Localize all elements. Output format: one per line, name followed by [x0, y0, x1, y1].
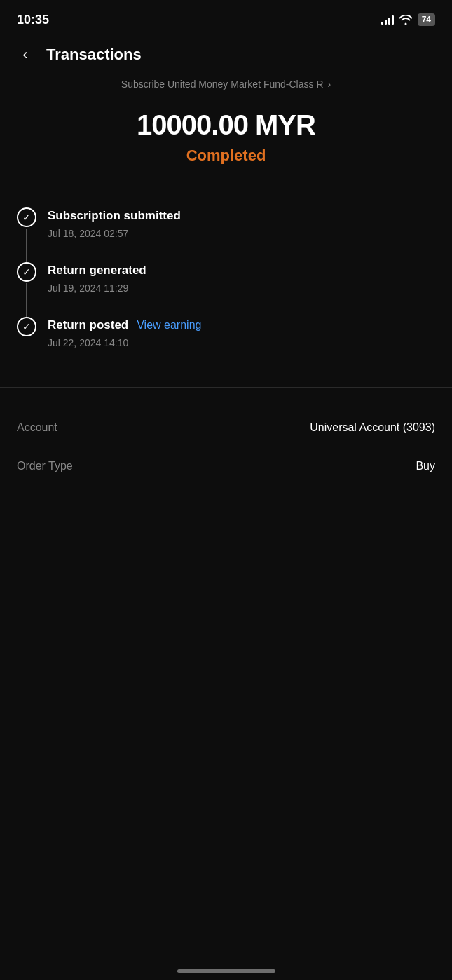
status-time: 10:35	[17, 13, 49, 27]
timeline: ✓ Subscription submitted Jul 18, 2024 02…	[0, 200, 452, 373]
timeline-date-3: Jul 22, 2024 14:10	[48, 337, 128, 348]
status-badge: Completed	[14, 147, 438, 165]
battery-level: 74	[422, 15, 431, 25]
info-section: Account Universal Account (3093) Order T…	[0, 402, 452, 492]
signal-icon	[381, 15, 394, 25]
info-row-order-type: Order Type Buy	[17, 447, 435, 485]
status-bar: 10:35 74	[0, 0, 452, 36]
timeline-line-1	[26, 229, 27, 262]
breadcrumb-text: Subscribe United Money Market Fund-Class…	[121, 79, 324, 90]
checkmark-icon-3: ✓	[22, 322, 31, 332]
wifi-icon	[399, 15, 412, 25]
timeline-circle-3: ✓	[17, 317, 36, 336]
order-type-value: Buy	[416, 460, 435, 472]
checkmark-icon-2: ✓	[22, 267, 31, 277]
order-type-label: Order Type	[17, 460, 73, 472]
timeline-line-2	[26, 283, 27, 317]
breadcrumb[interactable]: Subscribe United Money Market Fund-Class…	[0, 73, 452, 95]
timeline-item-1: ✓ Subscription submitted Jul 18, 2024 02…	[17, 207, 435, 262]
back-button[interactable]: ‹	[14, 43, 36, 66]
timeline-item-3: ✓ Return posted View earning Jul 22, 202…	[17, 317, 435, 366]
account-label: Account	[17, 421, 57, 434]
status-icons: 74	[381, 13, 435, 26]
timeline-circle-2: ✓	[17, 262, 36, 282]
timeline-title-3: Return posted	[48, 318, 128, 332]
header: ‹ Transactions	[0, 36, 452, 73]
checkmark-icon-1: ✓	[22, 212, 31, 222]
breadcrumb-arrow-icon: ›	[328, 79, 331, 90]
timeline-date-1: Jul 18, 2024 02:57	[48, 228, 128, 239]
timeline-item-2: ✓ Return generated Jul 19, 2024 11:29	[17, 262, 435, 317]
timeline-title-2: Return generated	[48, 264, 146, 278]
divider-2	[0, 387, 452, 388]
home-indicator	[177, 969, 275, 973]
amount-section: 10000.00 MYR Completed	[0, 95, 452, 172]
page-title: Transactions	[46, 46, 142, 64]
info-row-account: Account Universal Account (3093)	[17, 409, 435, 447]
timeline-circle-1: ✓	[17, 207, 36, 227]
timeline-title-1: Subscription submitted	[48, 209, 181, 223]
timeline-date-2: Jul 19, 2024 11:29	[48, 283, 128, 294]
battery-indicator: 74	[418, 13, 435, 26]
back-chevron-icon: ‹	[22, 47, 27, 62]
amount-value: 10000.00 MYR	[14, 109, 438, 141]
view-earning-link[interactable]: View earning	[137, 319, 201, 332]
account-value: Universal Account (3093)	[310, 421, 435, 434]
divider	[0, 186, 452, 186]
